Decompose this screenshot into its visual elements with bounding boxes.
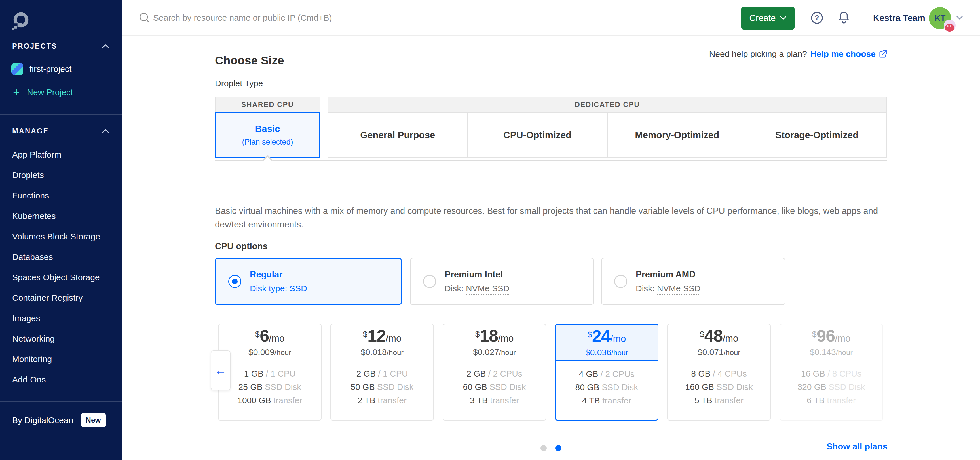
- tab-general-purpose[interactable]: General Purpose: [328, 113, 467, 157]
- cpu-option-premium-amd[interactable]: Premium AMD Disk: NVMe SSD: [601, 258, 786, 305]
- left-arrow-icon: ←: [215, 364, 227, 377]
- tab-memory-optimized[interactable]: Memory-Optimized: [607, 113, 747, 157]
- radio-unselected-icon: [614, 275, 627, 288]
- carousel-prev-button[interactable]: ←: [211, 350, 231, 390]
- sidebar-item-databases[interactable]: Databases: [0, 247, 122, 267]
- svg-text:?: ?: [815, 14, 819, 22]
- sidebar-item-spaces-object-storage[interactable]: Spaces Object Storage: [0, 267, 122, 288]
- manage-nav: App Platform Droplets Functions Kubernet…: [0, 145, 122, 390]
- droplet-type-label: Droplet Type: [215, 79, 263, 88]
- plan-card-6mo[interactable]: $6/mo $0.009/hour 1 GB / 1 CPU 25 GB SSD…: [218, 324, 321, 420]
- main-content: Choose Size Need help picking a plan? He…: [122, 36, 980, 460]
- plan-card-48mo[interactable]: $48/mo $0.071/hour 8 GB / 4 CPUs 160 GB …: [667, 324, 771, 420]
- carousel-pagination: [215, 445, 887, 451]
- sidebar-item-droplets[interactable]: Droplets: [0, 165, 122, 185]
- sidebar-item-add-ons[interactable]: Add-Ons: [0, 369, 122, 390]
- search-icon: [138, 12, 151, 24]
- chevron-down-icon: [780, 16, 787, 20]
- cpu-option-title: Regular: [250, 270, 307, 280]
- plan-price-header: $48/mo $0.071/hour: [668, 324, 770, 360]
- cpu-option-subtitle: Disk type: SSD: [250, 284, 307, 293]
- bell-icon: [837, 11, 851, 25]
- sidebar-item-images[interactable]: Images: [0, 308, 122, 329]
- sidebar-item-first-project[interactable]: first-project: [11, 63, 72, 75]
- cpu-option-title: Premium AMD: [636, 270, 700, 280]
- by-digitalocean-row[interactable]: By DigitalOcean New: [12, 413, 106, 427]
- cpu-option-title: Premium Intel: [445, 270, 509, 280]
- plan-price-header: $96/mo $0.143/hour: [780, 324, 883, 360]
- tab-basic-selected[interactable]: Basic (Plan selected): [215, 112, 320, 158]
- dedicated-cpu-header: DEDICATED CPU: [328, 97, 887, 113]
- new-project-button[interactable]: + New Project: [13, 86, 73, 98]
- plan-specs: 2 GB / 2 CPUs 60 GB SSD Disk 3 TB transf…: [443, 360, 546, 405]
- plan-description: Basic virtual machines with a mix of mem…: [215, 204, 892, 232]
- projects-section-header[interactable]: PROJECTS: [12, 42, 110, 50]
- external-link-icon: [878, 50, 888, 59]
- sidebar: PROJECTS first-project + New Project MAN…: [0, 0, 122, 460]
- sidebar-item-container-registry[interactable]: Container Registry: [0, 288, 122, 308]
- plan-specs: 4 GB / 2 CPUs 80 GB SSD Disk 4 TB transf…: [556, 361, 658, 406]
- account-menu[interactable]: KT: [929, 7, 963, 30]
- sidebar-divider: [0, 114, 122, 115]
- create-button-label: Create: [749, 13, 776, 23]
- digitalocean-logo-icon: [11, 12, 30, 31]
- plan-specs: 2 GB / 1 CPU 50 GB SSD Disk 2 TB transfe…: [331, 360, 433, 405]
- help-button[interactable]: ?: [810, 11, 824, 25]
- avatar-initials: KT: [935, 14, 946, 23]
- chevron-up-icon: [101, 129, 110, 134]
- sidebar-item-functions[interactable]: Functions: [0, 185, 122, 206]
- help-prompt: Need help picking a plan?: [709, 49, 807, 59]
- plan-card-96mo[interactable]: $96/mo $0.143/hour 16 GB / 8 CPUs 320 GB…: [780, 324, 883, 420]
- project-icon: [11, 63, 23, 75]
- avatar-badge-icon: [944, 19, 956, 32]
- topbar-divider: [864, 7, 864, 29]
- tab-storage-optimized[interactable]: Storage-Optimized: [747, 113, 886, 157]
- sidebar-item-kubernetes[interactable]: Kubernetes: [0, 206, 122, 226]
- manage-header-label: MANAGE: [12, 127, 49, 135]
- plan-price-header: $6/mo $0.009/hour: [219, 324, 321, 360]
- new-project-label: New Project: [27, 88, 73, 97]
- pagination-dot-2-active[interactable]: [555, 445, 562, 451]
- tab-cpu-optimized[interactable]: CPU-Optimized: [467, 113, 607, 157]
- chevron-down-icon: [956, 15, 964, 20]
- sidebar-item-networking[interactable]: Networking: [0, 329, 122, 349]
- basic-tab-label: Basic: [255, 123, 280, 134]
- project-name: first-project: [30, 64, 72, 74]
- dedicated-tabs: General Purpose CPU-Optimized Memory-Opt…: [328, 112, 887, 158]
- search-input[interactable]: [153, 8, 608, 27]
- cpu-options-label: CPU options: [215, 241, 268, 252]
- notifications-button[interactable]: [837, 11, 851, 26]
- pagination-dot-1[interactable]: [541, 445, 547, 451]
- plan-card-18mo[interactable]: $18/mo $0.027/hour 2 GB / 2 CPUs 60 GB S…: [443, 324, 546, 420]
- sidebar-item-monitoring[interactable]: Monitoring: [0, 349, 122, 369]
- radio-unselected-icon: [423, 275, 436, 288]
- help-row: Need help picking a plan? Help me choose: [709, 49, 888, 59]
- show-all-plans-link[interactable]: Show all plans: [827, 442, 888, 452]
- sidebar-item-app-platform[interactable]: App Platform: [0, 145, 122, 165]
- cpu-option-premium-intel[interactable]: Premium Intel Disk: NVMe SSD: [410, 258, 594, 305]
- sidebar-item-volumes-block-storage[interactable]: Volumes Block Storage: [0, 226, 122, 247]
- help-me-choose-link[interactable]: Help me choose: [810, 49, 888, 59]
- plan-price-header: $12/mo $0.018/hour: [331, 324, 433, 360]
- topbar: Create ? Kestra Team KT: [122, 0, 980, 36]
- basic-tab-sublabel: (Plan selected): [242, 138, 293, 147]
- cpu-option-subtitle: Disk: NVMe SSD: [445, 284, 509, 293]
- sidebar-divider: [0, 401, 122, 402]
- plan-price-header: $18/mo $0.027/hour: [443, 324, 546, 360]
- plan-specs: 8 GB / 4 CPUs 160 GB SSD Disk 5 TB trans…: [668, 360, 770, 405]
- shared-cpu-header: SHARED CPU: [215, 97, 320, 113]
- plan-specs: 1 GB / 1 CPU 25 GB SSD Disk 1000 GB tran…: [219, 360, 321, 405]
- plan-card-12mo[interactable]: $12/mo $0.018/hour 2 GB / 1 CPU 50 GB SS…: [330, 324, 434, 420]
- cpu-option-subtitle: Disk: NVMe SSD: [636, 284, 700, 293]
- sidebar-divider: [0, 448, 122, 448]
- new-badge: New: [81, 413, 106, 427]
- team-name: Kestra Team: [873, 0, 925, 36]
- chevron-up-icon: [101, 44, 110, 49]
- plus-icon: +: [13, 86, 19, 98]
- cpu-option-regular[interactable]: Regular Disk type: SSD: [215, 258, 402, 305]
- tab-underline-rule: [215, 160, 887, 161]
- plan-card-24mo-selected[interactable]: $24/mo $0.036/hour 4 GB / 2 CPUs 80 GB S…: [555, 324, 659, 420]
- manage-section-header[interactable]: MANAGE: [12, 127, 110, 135]
- create-button[interactable]: Create: [741, 6, 795, 30]
- plan-specs: 16 GB / 8 CPUs 320 GB SSD Disk 6 TB tran…: [780, 360, 883, 405]
